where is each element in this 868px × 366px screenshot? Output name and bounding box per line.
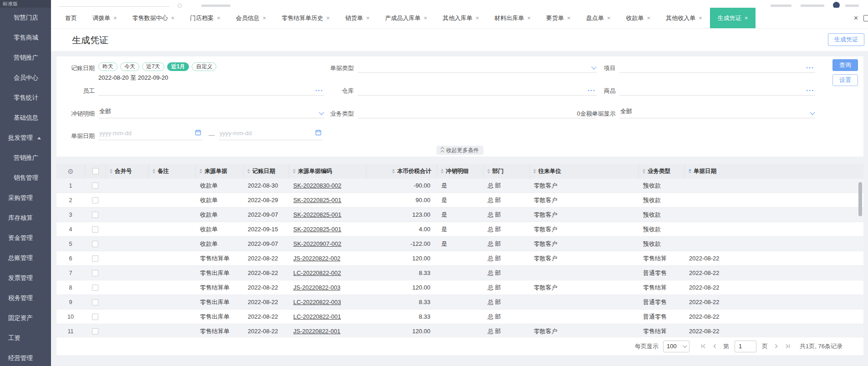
row-checkbox[interactable] (92, 299, 98, 305)
row-checkbox[interactable] (92, 226, 98, 233)
sidebar-item[interactable]: 经营管理 (0, 348, 51, 366)
tab[interactable]: 销货单 (337, 8, 378, 28)
first-page-icon[interactable] (700, 343, 706, 349)
avatar[interactable] (833, 2, 840, 8)
source-doc-link[interactable]: LC-20220822-001 (293, 313, 341, 320)
tab[interactable]: 产成品入库单 (378, 8, 435, 28)
table-row[interactable]: 2 收款单 2022-08-29 SK-20220825-001 90.00 是… (56, 193, 863, 208)
column-header[interactable]: 往来单位 (529, 164, 638, 178)
sidebar-item[interactable]: 营销推广 (0, 48, 51, 68)
tab[interactable]: 首页 (57, 8, 85, 28)
table-row[interactable]: 3 收款单 2022-09-07 SK-20220825-001 123.00 … (56, 208, 863, 222)
sidebar-item[interactable]: 发票管理 (0, 268, 51, 288)
source-doc-link[interactable]: SK-20220830-002 (293, 182, 342, 189)
tab[interactable]: 收款单 (618, 8, 659, 28)
column-header[interactable]: 单据日期 (684, 164, 863, 178)
chevron-down-icon[interactable] (810, 110, 815, 115)
tab[interactable]: 门店档案 (182, 8, 228, 28)
calendar-icon[interactable] (315, 129, 322, 137)
row-checkbox[interactable] (92, 270, 98, 276)
calendar-icon[interactable] (195, 129, 201, 137)
zero-amount-select[interactable]: 全部 (619, 106, 815, 118)
writeoff-detail-select[interactable]: 全部 (98, 106, 324, 118)
sort-arrows-icon[interactable] (441, 169, 444, 173)
tab-close-icon[interactable] (171, 15, 175, 21)
business-type-select[interactable] (358, 106, 597, 118)
clipped-search-input[interactable] (59, 0, 169, 7)
column-header[interactable]: 来源单据 (195, 164, 243, 178)
tab[interactable]: 材料出库单 (487, 8, 539, 28)
sidebar-item[interactable]: 批发管理 (0, 128, 51, 148)
sidebar-item[interactable]: 基础信息 (0, 108, 51, 128)
tab[interactable]: 会员信息 (228, 8, 274, 28)
sidebar-item[interactable]: 税务管理 (0, 288, 51, 308)
source-doc-link[interactable]: SK-20220907-002 (293, 240, 342, 247)
doc-date-end-field[interactable] (219, 127, 322, 140)
sort-arrows-icon[interactable] (293, 169, 296, 173)
sidebar-item[interactable]: 总账管理 (0, 248, 51, 268)
tab[interactable]: 生成凭证 (710, 8, 756, 28)
sidebar-item[interactable]: 固定资产 (0, 308, 51, 328)
project-field[interactable] (619, 60, 815, 73)
sort-arrows-icon[interactable] (153, 169, 155, 173)
sidebar-item[interactable]: 库存核算 (0, 208, 51, 228)
table-row[interactable]: 6 零售结算单 2022-08-22 JS-20220822-002 120.0… (56, 251, 863, 266)
tab-close-icon[interactable] (366, 15, 370, 21)
column-header[interactable]: 本币价税合计 (366, 164, 437, 178)
tab-close-icon[interactable] (475, 15, 479, 21)
column-header[interactable]: 业务类型 (638, 164, 684, 178)
sidebar-item[interactable]: 零售商城 (0, 28, 51, 48)
sort-arrows-icon[interactable] (110, 169, 112, 173)
close-all-tabs-icon[interactable] (854, 15, 858, 22)
picker-ellipsis-icon[interactable] (806, 66, 814, 70)
column-header[interactable]: 冲销明细 (437, 164, 483, 178)
tab-close-icon[interactable] (217, 15, 220, 21)
sort-arrows-icon[interactable] (487, 169, 490, 173)
table-row[interactable]: 1 收款单 2022-08-30 SK-20220830-002 -90.00 … (56, 178, 863, 193)
sort-arrows-icon[interactable] (392, 169, 395, 173)
table-row[interactable]: 5 收款单 2022-09-07 SK-20220907-002 -122.00… (56, 237, 863, 251)
doc-date-start-input[interactable] (99, 130, 149, 137)
sidebar-item[interactable]: 会员中心 (0, 68, 51, 88)
tab-close-icon[interactable] (699, 15, 702, 21)
next-page-icon[interactable] (773, 343, 779, 349)
sidebar-item[interactable]: 营销推广 (0, 148, 51, 168)
doc-type-field[interactable] (358, 60, 597, 73)
row-checkbox[interactable] (92, 183, 98, 189)
warehouse-field[interactable] (358, 83, 597, 96)
collapse-more-conditions-button[interactable]: 收起更多条件 (437, 146, 484, 155)
row-checkbox[interactable] (92, 197, 98, 203)
tab[interactable]: 调拨单 (85, 8, 125, 28)
tab-close-icon[interactable] (424, 15, 428, 21)
row-checkbox[interactable] (92, 241, 98, 247)
table-row[interactable]: 11 零售结算单 2022-08-22 JS-20220822-001 120.… (56, 324, 863, 337)
picker-ellipsis-icon[interactable] (806, 88, 814, 93)
tab-close-icon[interactable] (326, 15, 330, 21)
source-doc-link[interactable]: JS-20220822-001 (293, 328, 340, 335)
column-header[interactable]: 部门 (483, 164, 529, 178)
sort-arrows-icon[interactable] (533, 169, 536, 173)
tab-close-icon[interactable] (607, 15, 611, 21)
source-doc-link[interactable]: SK-20220825-001 (293, 197, 342, 203)
doc-date-end-input[interactable] (220, 130, 270, 137)
search-button[interactable]: 查询 (832, 59, 858, 71)
row-checkbox[interactable] (92, 212, 98, 218)
table-scrollbar[interactable] (858, 182, 862, 216)
source-doc-link[interactable]: JS-20220822-003 (293, 284, 340, 291)
date-preset-pill[interactable]: 昨天 (98, 62, 117, 71)
sidebar-item[interactable]: 销售管理 (0, 168, 51, 188)
select-all-checkbox[interactable] (92, 168, 99, 174)
column-header[interactable]: 来源单据编码 (289, 164, 366, 178)
sort-arrows-icon[interactable] (643, 169, 645, 173)
source-doc-link[interactable]: LC-20220822-002 (293, 269, 341, 276)
row-checkbox[interactable] (92, 285, 98, 291)
per-page-select[interactable]: 100 (663, 341, 689, 352)
source-doc-link[interactable]: SK-20220825-001 (293, 226, 342, 233)
last-page-icon[interactable] (785, 343, 791, 349)
source-doc-link[interactable]: LC-20220822-003 (293, 299, 341, 305)
sidebar-item[interactable]: 智慧门店 (0, 8, 51, 28)
doc-date-start-field[interactable] (98, 127, 202, 140)
tab[interactable]: 要货单 (538, 8, 578, 28)
tab-close-icon[interactable] (647, 15, 651, 21)
gear-icon[interactable] (67, 168, 73, 175)
